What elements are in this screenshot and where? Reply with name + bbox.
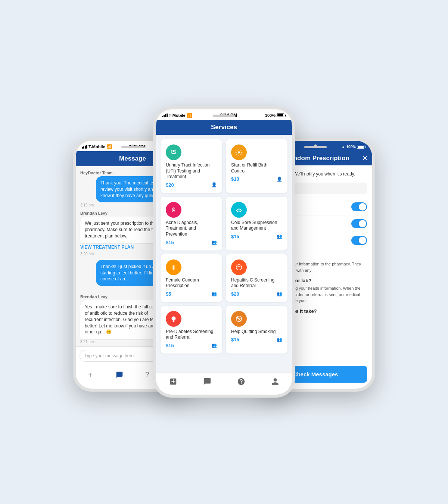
service-users-acne: 👥	[211, 240, 217, 245]
message-input[interactable]: Type your message here...	[80, 350, 161, 362]
service-card-acne[interactable]: Acne Diagnosis, Treatment, and Preventio…	[161, 197, 222, 251]
service-users-hepatitis: 👥	[277, 291, 282, 296]
service-price-condom: $5	[166, 291, 171, 297]
service-card-hepatitis[interactable]: Hepatitis C Screening and Referral $20 👥	[226, 254, 287, 302]
svg-point-3	[173, 209, 174, 210]
service-name-coldsore: Cold Sore Suppression and Management	[231, 220, 282, 231]
sender-brendan1: Brendan Levy	[80, 211, 108, 215]
services-grid: Urinary Tract Infection (UTI) Testing an…	[161, 139, 287, 354]
service-card-condom[interactable]: Female Condom Prescription $5 👥	[161, 254, 222, 302]
right-battery-label: 100%	[346, 145, 356, 149]
center-time: 3:14 PM	[220, 113, 237, 118]
center-carrier: T-Mobile	[169, 113, 186, 118]
messages-title: Message	[119, 155, 146, 162]
service-price-birthcontrol: $10	[231, 176, 239, 182]
view-treatment-link[interactable]: VIEW TREATMENT PLAN	[80, 243, 134, 251]
svg-point-0	[172, 150, 175, 152]
service-footer-diabetes: $15 👥	[166, 343, 217, 348]
service-users-uti: 👤	[211, 182, 217, 187]
service-footer-acne: $15 👥	[166, 240, 217, 245]
service-name-uti: Urinary Tract Infection (UTI) Testing an…	[166, 162, 217, 180]
toggle-2[interactable]	[351, 219, 367, 228]
service-users-coldsore: 👥	[277, 234, 282, 239]
nav-add-center[interactable]	[165, 376, 182, 387]
nav-add-left[interactable]: ＋	[82, 368, 99, 381]
time-label: 3:22 PM	[129, 144, 146, 149]
nav-profile-center[interactable]	[267, 376, 284, 387]
service-users-condom: 👥	[211, 291, 217, 296]
msg-time-1: 3:19 pm	[80, 203, 94, 207]
service-name-birthcontrol: Start or Refill Birth Control	[231, 162, 282, 174]
service-icon-acne	[166, 202, 181, 218]
service-card-smoking[interactable]: Help Quitting Smoking $15 👥	[226, 306, 287, 354]
carrier-label: T-Mobile	[88, 144, 105, 149]
sender-brendan2: Brendan Levy	[80, 295, 108, 299]
svg-point-1	[238, 151, 240, 153]
service-icon-coldsore	[231, 202, 247, 218]
service-card-diabetes[interactable]: Pre-Diabetes Screening and Referral $15 …	[161, 306, 222, 354]
service-price-uti: $20	[166, 182, 174, 188]
service-name-smoking: Help Quitting Smoking	[231, 329, 282, 335]
services-scroll[interactable]: Urinary Tract Infection (UTI) Testing an…	[156, 135, 292, 373]
svg-point-9	[240, 266, 240, 267]
service-users-birthcontrol: 👤	[277, 177, 282, 182]
close-button[interactable]: ✕	[362, 154, 368, 162]
service-name-acne: Acne Diagnosis, Treatment, and Preventio…	[166, 220, 217, 237]
service-price-smoking: $15	[231, 337, 239, 342]
service-footer-uti: $20 👤	[166, 182, 217, 188]
service-price-coldsore: $15	[231, 234, 239, 239]
nav-messages-center[interactable]	[199, 376, 216, 387]
service-footer-smoking: $15 👥	[231, 337, 282, 342]
services-header: Services	[156, 120, 292, 135]
service-name-hepatitis: Hepatitis C Screening and Referral	[231, 277, 282, 289]
services-title: Services	[211, 124, 237, 131]
center-wifi-icon: 📶	[187, 113, 192, 118]
service-card-birthcontrol[interactable]: Start or Refill Birth Control $10 👤	[226, 139, 287, 193]
svg-point-8	[237, 266, 238, 267]
location-icon: ▲	[342, 145, 345, 149]
service-icon-hepatitis	[231, 259, 247, 275]
svg-point-7	[236, 264, 242, 270]
wifi-icon: 📶	[106, 144, 112, 149]
toggle-3[interactable]	[351, 236, 367, 245]
service-users-diabetes: 👥	[211, 343, 217, 348]
service-card-coldsore[interactable]: Cold Sore Suppression and Management $15…	[226, 197, 287, 251]
nav-help-center[interactable]	[233, 376, 250, 387]
center-battery-label: 100%	[265, 113, 276, 118]
service-icon-uti	[166, 144, 181, 160]
service-footer-hepatitis: $20 👥	[231, 291, 282, 297]
nav-help-left[interactable]: ?	[141, 369, 154, 380]
service-price-hepatitis: $20	[231, 291, 239, 297]
phone-center: T-Mobile 📶 3:14 PM 100% Services	[153, 106, 295, 398]
service-price-diabetes: $15	[166, 343, 174, 348]
center-signal-icon	[162, 113, 168, 117]
service-card-uti[interactable]: Urinary Tract Infection (UTI) Testing an…	[161, 139, 222, 193]
right-battery-icon	[357, 145, 366, 149]
center-screen: T-Mobile 📶 3:14 PM 100% Services	[156, 109, 292, 395]
service-users-smoking: 👥	[277, 337, 282, 342]
nav-messages-left[interactable]	[111, 370, 128, 380]
msg-time-2: 3:20 pm	[80, 252, 94, 256]
service-footer-coldsore: $15 👥	[231, 234, 282, 239]
service-icon-smoking	[231, 311, 247, 327]
phones-container: T-Mobile 📶 3:22 PM 100% Message	[56, 37, 392, 467]
service-icon-diabetes	[166, 311, 181, 327]
service-icon-birthcontrol	[231, 144, 247, 160]
service-name-diabetes: Pre-Diabetes Screening and Referral	[166, 329, 217, 340]
sender-heydoctor: HeyDoctor Team	[80, 171, 113, 175]
service-icon-condom	[166, 259, 181, 275]
center-battery-icon	[277, 113, 286, 117]
center-bottom-nav	[156, 373, 292, 395]
service-footer-birthcontrol: $10 👤	[231, 176, 282, 182]
msg-time-4: 3:21 pm	[80, 340, 94, 344]
center-status-bar: T-Mobile 📶 3:14 PM 100%	[156, 109, 292, 120]
signal-icon	[82, 145, 87, 149]
service-footer-condom: $5 👥	[166, 291, 217, 297]
service-name-condom: Female Condom Prescription	[166, 277, 217, 289]
service-price-acne: $15	[166, 240, 174, 245]
toggle-1[interactable]	[351, 202, 367, 211]
